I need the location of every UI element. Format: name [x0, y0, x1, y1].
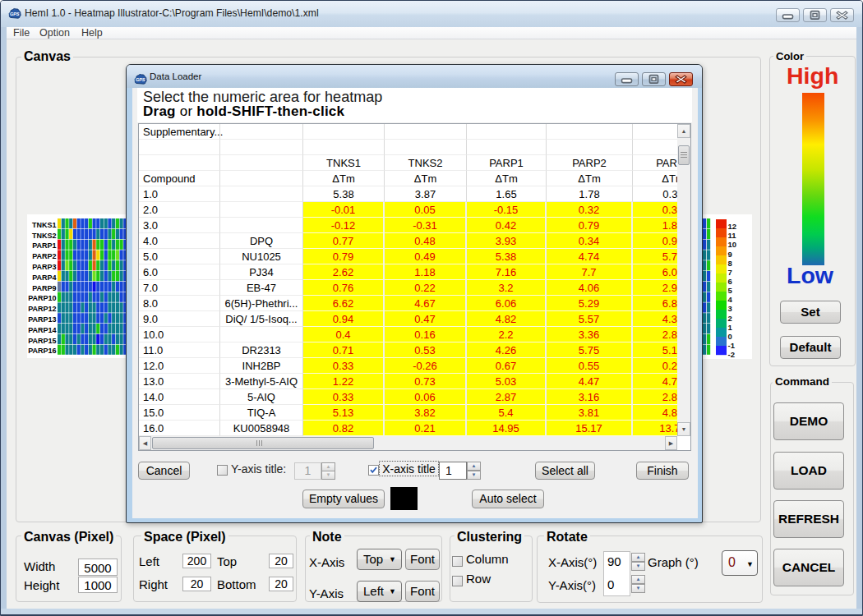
svg-text:GPS: GPS — [136, 77, 145, 82]
svg-text:PARP4: PARP4 — [32, 274, 56, 282]
svg-text:2: 2 — [728, 314, 732, 323]
svg-text:PARP10: PARP10 — [28, 294, 56, 302]
svg-text:PARP14: PARP14 — [28, 326, 56, 334]
svg-text:5: 5 — [728, 286, 733, 295]
svg-text:1: 1 — [728, 323, 733, 332]
svg-text:10: 10 — [728, 240, 737, 249]
svg-text:4: 4 — [728, 295, 733, 304]
svg-text:3: 3 — [728, 304, 732, 313]
svg-text:9: 9 — [728, 250, 732, 259]
svg-text:PARP9: PARP9 — [32, 284, 56, 292]
svg-text:6: 6 — [728, 277, 732, 286]
svg-text:-1: -1 — [728, 341, 736, 350]
svg-text:PARP15: PARP15 — [28, 337, 56, 345]
svg-text:PARP13: PARP13 — [28, 315, 56, 324]
svg-text:0: 0 — [728, 332, 732, 341]
svg-text:PARP3: PARP3 — [32, 263, 56, 271]
svg-text:GPS: GPS — [10, 11, 20, 16]
svg-text:8: 8 — [728, 259, 732, 268]
svg-text:12: 12 — [728, 222, 737, 231]
svg-text:TNKS2: TNKS2 — [32, 232, 57, 240]
svg-text:PARP16: PARP16 — [28, 347, 56, 355]
svg-text:PARP1: PARP1 — [32, 241, 56, 250]
svg-text:-2: -2 — [728, 350, 735, 359]
svg-text:TNKS1: TNKS1 — [32, 221, 57, 229]
svg-text:PARP2: PARP2 — [32, 252, 56, 260]
svg-text:11: 11 — [728, 231, 737, 240]
svg-text:7: 7 — [728, 268, 732, 277]
svg-text:PARP12: PARP12 — [28, 305, 56, 313]
